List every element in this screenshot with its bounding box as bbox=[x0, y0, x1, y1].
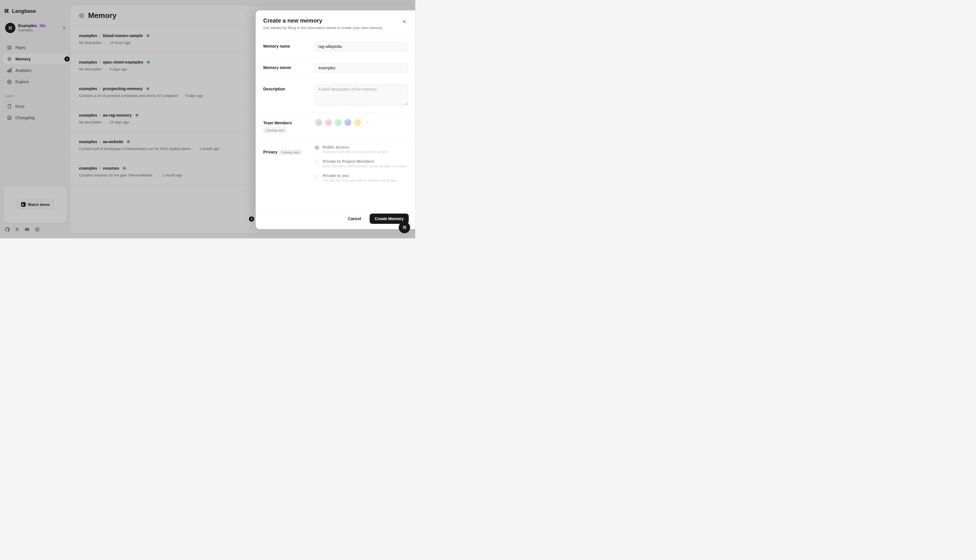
privacy-option-project[interactable]: Private to Project Members Only members … bbox=[315, 159, 407, 168]
avatar bbox=[315, 118, 322, 126]
avatar bbox=[344, 118, 352, 126]
label-privacy: Privacy Coming soon bbox=[263, 145, 309, 182]
create-memory-dialog: Create a new memory Get started by filli… bbox=[255, 10, 415, 229]
label-description: Description bbox=[263, 84, 309, 107]
option-desc: You are the only one able to access this… bbox=[322, 178, 397, 182]
cancel-button[interactable]: Cancel bbox=[343, 213, 366, 224]
radio-icon bbox=[315, 160, 319, 164]
avatar bbox=[334, 118, 342, 126]
label-memory-name: Memory name bbox=[263, 42, 309, 51]
radio-icon bbox=[315, 174, 319, 178]
option-title: Public access bbox=[322, 145, 388, 149]
coming-soon-chip: Coming soon bbox=[263, 127, 287, 133]
step-badge-3: 3 bbox=[249, 217, 254, 222]
option-title: Private to Project Members bbox=[322, 159, 407, 164]
privacy-option-private[interactable]: Private to you You are the only one able… bbox=[315, 173, 407, 182]
memory-owner-input[interactable] bbox=[315, 63, 407, 73]
memory-name-input[interactable] bbox=[315, 42, 407, 51]
label-team-members: Team Members Coming soon bbox=[263, 118, 309, 133]
avatar bbox=[354, 118, 361, 126]
privacy-options: Public access Everyone with the link wil… bbox=[315, 145, 407, 182]
add-member-button[interactable]: + bbox=[363, 118, 371, 126]
close-icon[interactable]: ✕ bbox=[401, 17, 407, 26]
radio-icon bbox=[315, 145, 319, 150]
option-desc: Everyone with the link will see this pro… bbox=[322, 150, 388, 154]
option-title: Private to you bbox=[322, 173, 397, 178]
coming-soon-chip: Coming soon bbox=[279, 149, 302, 155]
dialog-subtitle: Get started by filling in the informatio… bbox=[263, 26, 383, 30]
command-fab[interactable]: ⌘ bbox=[399, 222, 410, 233]
description-input[interactable] bbox=[315, 84, 407, 105]
step-badge-1: 1 bbox=[65, 57, 70, 62]
dialog-title: Create a new memory bbox=[263, 17, 383, 24]
team-avatars: + bbox=[315, 118, 407, 126]
option-desc: Only members of this project would be ab… bbox=[322, 164, 407, 168]
privacy-option-public[interactable]: Public access Everyone with the link wil… bbox=[315, 145, 407, 154]
label-memory-owner: Memory owner bbox=[263, 63, 309, 73]
avatar bbox=[324, 118, 332, 126]
